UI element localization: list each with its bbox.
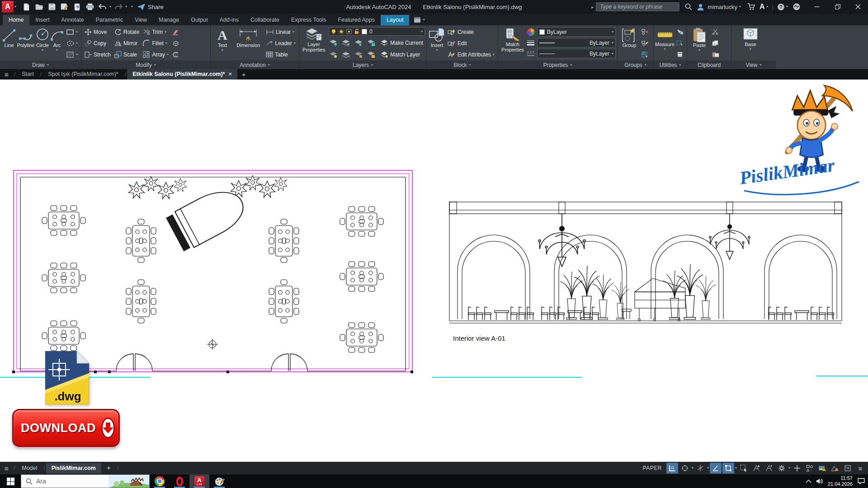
model-tab[interactable]: Model <box>16 463 42 474</box>
polar-tracking-toggle[interactable] <box>710 463 722 474</box>
taskbar-clock[interactable]: 11:57 21.04.2026 <box>828 475 853 487</box>
file-tab-close-icon[interactable]: × <box>228 70 232 77</box>
ribbon-display-caret-icon[interactable]: ▾ <box>423 18 425 22</box>
panel-label-view[interactable]: View▾ <box>731 61 776 69</box>
tab-parametric[interactable]: Parametric <box>90 15 129 25</box>
units-display-toggle[interactable] <box>804 463 816 474</box>
snap-caret-icon[interactable]: ▾ <box>692 466 693 470</box>
gear-caret-icon[interactable]: ▾ <box>788 466 790 470</box>
layer-unisolate-icon[interactable] <box>341 39 350 47</box>
panel-label-draw[interactable]: Draw▾ <box>0 61 81 69</box>
help-search-input[interactable] <box>596 2 679 11</box>
table-button[interactable]: Table <box>264 49 297 60</box>
linetype-dropdown[interactable]: ByLayer▾ <box>537 49 616 58</box>
quick-calc-button[interactable] <box>675 49 685 60</box>
mirror-button[interactable]: Mirror <box>113 38 141 49</box>
crosshair-toggle[interactable] <box>791 463 803 474</box>
autoscale-annotation-toggle[interactable] <box>763 463 775 474</box>
paper-space-indicator[interactable]: PAPER <box>639 464 665 473</box>
dwg-file-icon[interactable]: .dwg <box>45 351 89 404</box>
layer-dropdown-caret-icon[interactable]: ▾ <box>421 30 423 33</box>
file-tab-start[interactable]: Start <box>16 70 39 80</box>
tab-home[interactable]: Home <box>3 15 29 25</box>
quick-select-button[interactable] <box>675 38 685 49</box>
copy-button[interactable]: Copy <box>83 38 113 49</box>
customization-menu-icon[interactable]: ≡ <box>854 463 866 474</box>
save-as-button[interactable] <box>59 1 70 12</box>
paste-button[interactable]: Paste ▾ <box>689 26 710 60</box>
layer-freeze-sun-icon[interactable] <box>339 29 344 34</box>
download-button[interactable]: DOWNLOAD <box>12 409 120 447</box>
new-layout-button[interactable]: + <box>101 464 116 472</box>
osnap-caret-icon[interactable]: ▾ <box>735 466 737 470</box>
layer-on-bulb-icon[interactable] <box>331 29 336 34</box>
edit-block-button[interactable]: Edit <box>446 38 496 49</box>
ungroup-button[interactable] <box>640 26 651 38</box>
selection-cycling-toggle[interactable] <box>738 463 750 474</box>
share-button[interactable]: Share <box>137 4 164 10</box>
signed-in-username[interactable]: mimarlucky <box>708 4 737 10</box>
tab-annotate[interactable]: Annotate <box>56 15 90 25</box>
rotate-button[interactable]: Rotate <box>113 26 141 38</box>
workspace-settings-gear[interactable] <box>776 463 788 474</box>
file-tab-etkinlik-salonu[interactable]: Etkinlik Salonu (PislikMimar.com)* × <box>127 69 237 80</box>
create-block-button[interactable]: Create <box>446 26 496 38</box>
search-collapse-icon[interactable]: ▸ <box>591 5 594 9</box>
tray-expand-chevron-icon[interactable] <box>806 479 811 483</box>
lineweight-dropdown[interactable]: ByLayer▾ <box>537 38 616 47</box>
layer-off-icon[interactable] <box>329 51 338 58</box>
snap-mode-toggle[interactable] <box>679 463 691 474</box>
autodesk-account-icon[interactable]: A <box>760 3 765 11</box>
layer-unlock-icon[interactable] <box>354 28 359 34</box>
line-button[interactable]: Line <box>1 26 17 60</box>
floor-plan-viewport[interactable] <box>12 170 413 373</box>
layer-thaw-icon[interactable] <box>354 51 363 58</box>
ribbon-display-icon[interactable] <box>414 17 421 23</box>
make-current-button[interactable]: Make Current <box>378 37 425 48</box>
layout-tab-pislikmimar[interactable]: PislikMimar.com <box>46 463 101 474</box>
object-snap-toggle[interactable] <box>722 463 734 474</box>
layer-unlock-button-icon[interactable] <box>367 51 376 58</box>
new-file-button[interactable] <box>21 1 32 12</box>
clean-screen-button[interactable] <box>842 463 854 474</box>
layer-freeze-button-icon[interactable] <box>354 39 363 47</box>
health-dashboard-icon[interactable] <box>793 3 801 11</box>
taskbar-search-input[interactable] <box>36 478 108 485</box>
plot-button[interactable] <box>84 1 95 12</box>
autocad-app-icon[interactable]: A <box>2 1 14 13</box>
tab-manage[interactable]: Manage <box>153 15 185 25</box>
text-button[interactable]: A Text ▾ <box>212 26 233 60</box>
file-tab-spot-isik[interactable]: Spot Işık (PislikMimar.com)* <box>42 70 124 80</box>
match-properties-button[interactable]: Match Properties <box>500 26 526 60</box>
action-center-icon[interactable] <box>857 478 865 485</box>
move-button[interactable]: Move <box>83 26 113 38</box>
layer-dropdown[interactable]: 0 ▾ <box>329 27 425 36</box>
panel-label-properties[interactable]: Properties▾ <box>498 61 617 69</box>
taskbar-autocad-icon[interactable]: A CAD <box>189 474 209 488</box>
rectangle-button[interactable]: ▾ <box>65 26 80 38</box>
measure-button[interactable]: Measure ▾ <box>655 26 675 60</box>
panel-label-utilities[interactable]: Utilities▾ <box>654 61 687 69</box>
group-selectable-button[interactable] <box>640 49 651 60</box>
graphics-performance-warning[interactable]: ! <box>816 463 828 474</box>
isometric-drafting-toggle[interactable] <box>694 463 706 474</box>
tab-insert[interactable]: Insert <box>29 15 55 25</box>
tab-view[interactable]: View <box>129 15 153 25</box>
layer-lock-button-icon[interactable] <box>367 39 376 47</box>
taskbar-search-box[interactable] <box>21 474 150 488</box>
hardware-acceleration-warning[interactable] <box>829 463 841 474</box>
match-layer-button[interactable]: Match Layer <box>378 49 422 60</box>
help-caret-icon[interactable]: ▾ <box>786 5 788 9</box>
autodesk-caret-icon[interactable]: ▾ <box>767 5 769 9</box>
cut-clip-button[interactable] <box>710 26 721 38</box>
user-avatar-icon[interactable] <box>697 3 704 11</box>
save-button[interactable] <box>46 1 57 12</box>
tab-collaborate[interactable]: Collaborate <box>245 15 285 25</box>
user-menu-caret-icon[interactable]: ▾ <box>739 5 741 9</box>
search-icon[interactable] <box>685 3 692 10</box>
hatch-button[interactable]: ▾ <box>65 49 80 60</box>
file-tab-menu-icon[interactable]: ≡ <box>0 70 13 78</box>
open-from-web-button[interactable] <box>71 1 83 12</box>
iso-caret-icon[interactable]: ▾ <box>707 466 709 470</box>
volume-icon[interactable] <box>816 478 823 484</box>
